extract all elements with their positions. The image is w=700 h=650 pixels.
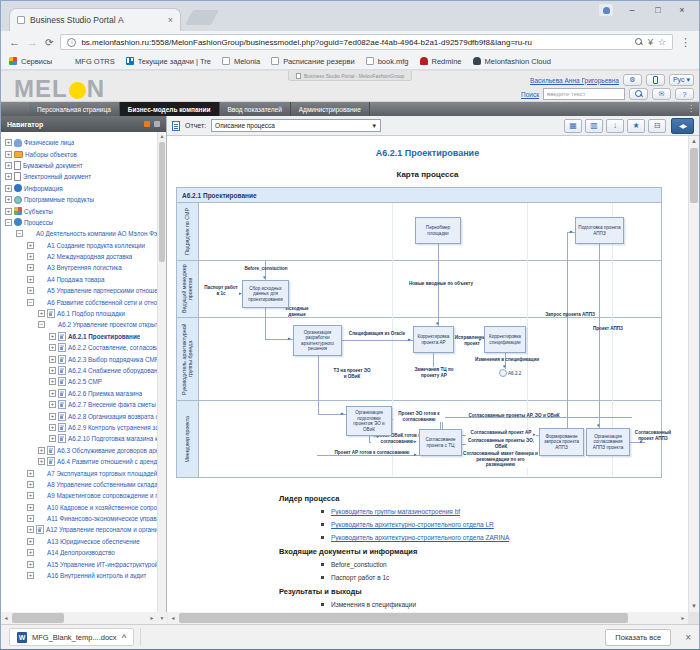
tree-item[interactable]: + А13 Юридическое обеспечение — [1, 536, 157, 547]
tree-expander-icon[interactable]: + — [38, 447, 45, 454]
tree-expander-icon[interactable]: − — [27, 299, 34, 306]
leader-link[interactable]: Руководитель архитектурно-строительного … — [331, 534, 509, 541]
close-button[interactable]: × — [671, 3, 693, 17]
tab-close-icon[interactable]: × — [168, 16, 173, 25]
tree-item-label[interactable]: А16 Внутренний контроль и аудит — [47, 572, 146, 579]
mail-button[interactable]: ✉ — [652, 88, 671, 100]
browser-tab[interactable]: Business Studio Portal А × — [9, 8, 181, 31]
tree-item-label[interactable]: А9 Маркетинговое сопровождение и продвиж… — [47, 492, 157, 499]
tree-item-label[interactable]: Субъекты — [24, 208, 53, 215]
tree-item[interactable]: − А0 Деятельность компании АО Мэлон Фэшн… — [1, 228, 157, 239]
tree-item[interactable]: + Наборы объектов — [1, 148, 157, 159]
tree-expander-icon[interactable]: + — [27, 264, 34, 271]
process-box[interactable]: Формирование запроса проекта АППЗ — [539, 428, 584, 456]
tree-expander-icon[interactable]: + — [38, 310, 45, 317]
tree-scrollbar[interactable]: ▲ — [157, 132, 166, 612]
tree-item[interactable]: + А10 Кадровое и хозяйственное сопровожд… — [1, 502, 157, 513]
tree-item-label[interactable]: Процессы — [24, 219, 53, 226]
help-button[interactable]: ? — [675, 88, 694, 100]
tree-expander-icon[interactable]: + — [38, 458, 45, 465]
scroll-left-icon[interactable]: ◄ — [1, 612, 11, 624]
toolbar-button[interactable]: ↓ — [606, 119, 624, 133]
tree-expander-icon[interactable]: + — [49, 435, 56, 442]
back-icon[interactable]: ← — [9, 37, 20, 48]
language-button[interactable]: Рус ▾ — [669, 74, 694, 86]
tree-item[interactable]: + А6.2.2 Составление, согласование и кор… — [1, 342, 157, 353]
collapse-panel-button[interactable]: ◀▶ — [671, 118, 694, 134]
process-box[interactable]: Переобмер площадки — [415, 217, 461, 244]
tree-expander-icon[interactable]: + — [5, 185, 12, 192]
tree-item-label[interactable]: А6 Развитие собственной сети и отношений… — [47, 299, 157, 306]
tree-item-label[interactable]: А14 Делопроизводство — [47, 549, 115, 556]
tree-item-label[interactable]: А15 Управление ИТ-инфраструктурой — [47, 561, 157, 568]
tree-item-label[interactable]: А6.2.9 Контроль устранения замечаний — [68, 424, 157, 431]
tree-expander-icon[interactable]: + — [5, 139, 12, 146]
tree-item-label[interactable]: А4 Продажа товара — [47, 276, 105, 283]
tree-expander-icon[interactable]: + — [49, 356, 56, 363]
tree-item-label[interactable]: А6.2 Управление проектом открытия магази… — [58, 321, 157, 328]
tree-hscrollbar[interactable]: ◄ ► — [1, 612, 157, 624]
bookmark-item[interactable]: Текущие задачи | Tre — [126, 57, 211, 66]
tree-expander-icon[interactable]: + — [27, 253, 34, 260]
downloads-close-icon[interactable]: × — [685, 632, 691, 643]
tree-item-label[interactable]: А6.2.6 Приемка магазина — [68, 390, 142, 397]
tree-item[interactable]: + А16 Внутренний контроль и аудит — [1, 570, 157, 581]
tree-item-label[interactable]: Бумажный документ — [23, 162, 83, 169]
tree-item[interactable]: + А2 Международная доставка — [1, 251, 157, 262]
tree-item-label[interactable]: А6.2.3 Выбор подрядчика СМР — [68, 356, 157, 363]
tree-item[interactable]: + А1 Создание продукта коллекции — [1, 240, 157, 251]
portal-nav-tab[interactable]: Бизнес-модель компании — [120, 102, 220, 116]
tree-item-label[interactable]: А10 Кадровое и хозяйственное сопровожден… — [47, 504, 157, 511]
tree-item-label[interactable]: А2 Международная доставка — [47, 253, 132, 260]
browser-menu-icon[interactable]: ⋮ — [680, 36, 691, 49]
process-box[interactable]: Корректировка проекта АР — [413, 326, 454, 353]
tree-expander-icon[interactable]: + — [49, 413, 56, 420]
toolbar-button[interactable]: ★ — [627, 119, 645, 133]
tree-expander-icon[interactable]: + — [49, 367, 56, 374]
tree-item-label[interactable]: А7 Эксплуатация торговых площадей — [47, 470, 157, 477]
page-info-icon[interactable]: i — [67, 38, 76, 47]
tree-item-label[interactable]: А13 Юридическое обеспечение — [47, 538, 140, 545]
tree-item[interactable]: + А15 Управление ИТ-инфраструктурой — [1, 558, 157, 569]
tree-item[interactable]: − А6 Развитие собственной сети и отношен… — [1, 296, 157, 307]
tree-item-label[interactable]: А6.4 Развитие отношений с арендодателями — [57, 458, 157, 465]
leader-link[interactable]: Руководитель архитектурно-строительного … — [331, 521, 494, 528]
tree-expander-icon[interactable]: + — [27, 242, 34, 249]
tree-expander-icon[interactable]: + — [5, 196, 12, 203]
tree-item[interactable]: + А6.1 Подбор площадки — [1, 308, 157, 319]
process-box[interactable]: Подготовка проекта АППЗ — [575, 217, 624, 244]
minimize-button[interactable]: – — [621, 3, 643, 17]
tree-item-label[interactable]: Информация — [24, 185, 63, 192]
tree-item[interactable]: + А14 Делопроизводство — [1, 547, 157, 558]
scroll-thumb[interactable] — [12, 613, 64, 623]
pin-icon[interactable] — [144, 121, 150, 127]
tree-scroll-down[interactable]: ▼ — [157, 612, 167, 624]
password-key-icon[interactable]: ¥ — [648, 38, 653, 47]
leader-link-item[interactable]: Руководитель архитектурно-строительного … — [321, 534, 676, 541]
process-box[interactable]: Согласование проекта с ТЦ — [419, 429, 462, 456]
forward-icon[interactable]: → — [27, 37, 38, 48]
tree-expander-icon[interactable]: + — [5, 162, 12, 169]
tree-item-label[interactable]: А6.3 Обслуживание договоров аренды — [57, 447, 157, 454]
tree-expander-icon[interactable]: + — [27, 276, 34, 283]
scroll-down-icon[interactable]: ▼ — [689, 601, 699, 612]
tree-item-label[interactable]: А6.2.10 Подготовка магазина к открытию — [68, 435, 157, 442]
tree-expander-icon[interactable]: + — [49, 390, 56, 397]
tree-item[interactable]: + А6.2.1 Проектирование — [1, 331, 157, 342]
tree-item-label[interactable]: Программные продукты — [24, 196, 94, 203]
process-box[interactable]: Корректировка спецификации — [484, 326, 526, 353]
tree-expander-icon[interactable]: − — [5, 219, 12, 226]
tree-item[interactable]: + Программные продукты — [1, 194, 157, 205]
tree-item[interactable]: + Физические лица — [1, 137, 157, 148]
tree-item-label[interactable]: А5 Управление партнерскими отношениями — [47, 287, 157, 294]
tree-item-label[interactable]: А6.1 Подбор площадки — [57, 310, 125, 317]
settings-button[interactable]: ⚙ — [623, 74, 642, 86]
zoom-icon[interactable] — [635, 38, 643, 46]
new-tab-button[interactable] — [185, 10, 219, 25]
scroll-down-icon[interactable]: ▼ — [157, 612, 167, 624]
tree-item[interactable]: + А6.3 Обслуживание договоров аренды — [1, 445, 157, 456]
offpage-connector-icon[interactable] — [499, 369, 507, 377]
tree-expander-icon[interactable]: + — [27, 561, 34, 568]
tree-item-label[interactable]: А3 Внутренняя логистика — [47, 264, 122, 271]
process-box[interactable]: Сбор исходных данных для проектирования — [242, 280, 289, 308]
